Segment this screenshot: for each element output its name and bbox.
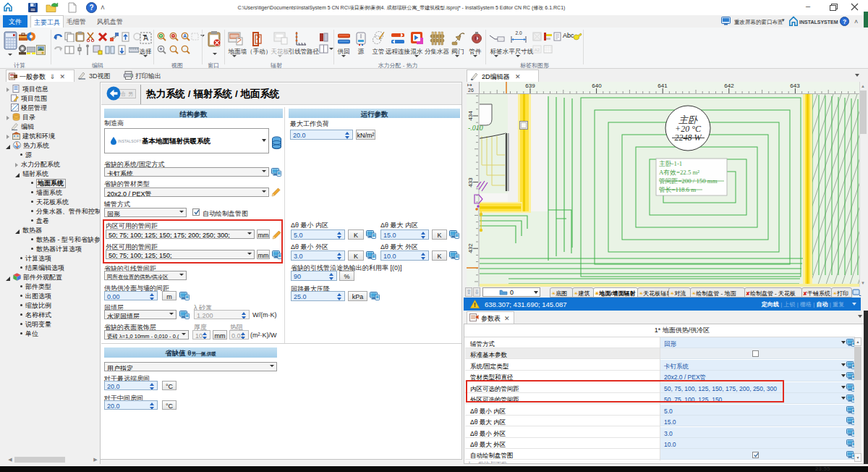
svg-text:?: ?	[89, 4, 93, 12]
svg-text:A: A	[143, 34, 148, 42]
svg-text:2.0: 2.0	[515, 30, 522, 35]
svg-text:主卧-1-1: 主卧-1-1	[659, 160, 682, 167]
svg-text:?: ?	[843, 18, 846, 25]
svg-text:639: 639	[525, 83, 535, 89]
svg-text:A2: A2	[535, 48, 540, 52]
svg-text:640: 640	[592, 83, 602, 89]
svg-text:!: !	[474, 301, 476, 308]
svg-text:434: 434	[467, 111, 474, 121]
svg-text:641: 641	[658, 83, 668, 89]
svg-text:643: 643	[790, 83, 800, 89]
svg-text:2248 W: 2248 W	[675, 132, 702, 143]
svg-text:432: 432	[467, 243, 474, 253]
svg-text:A: A	[183, 33, 187, 38]
svg-text:642: 642	[724, 83, 734, 89]
svg-text:A有效=22.5 m²: A有效=22.5 m²	[659, 169, 699, 176]
